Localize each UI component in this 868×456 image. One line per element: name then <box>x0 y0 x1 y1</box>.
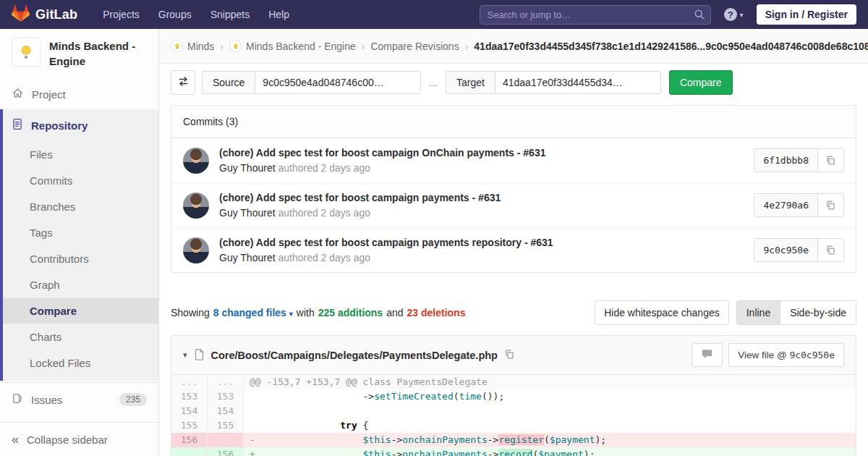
commit-title-link[interactable]: (chore) Add spec test for boost campaign… <box>219 147 754 159</box>
nav-item-snippets[interactable]: Snippets <box>201 0 259 29</box>
issues-icon <box>12 392 23 407</box>
commit-author-avatar <box>183 237 209 263</box>
sidebar-repo-subitem-tags[interactable]: Tags <box>3 220 158 245</box>
old-line-number[interactable]: 156 <box>171 433 208 447</box>
repository-submenu: FilesCommitsBranchesTagsContributorsGrap… <box>3 142 158 376</box>
diff-file-path[interactable]: Core/Boost/Campaigns/Delegates/PaymentsD… <box>211 350 498 361</box>
swap-revisions-button[interactable] <box>171 70 195 95</box>
sidebar: Minds Backend - Engine Project Repositor… <box>0 29 159 456</box>
diff-file-header: ▾ Core/Boost/Campaigns/Delegates/Payment… <box>171 336 856 375</box>
sidebar-repo-subitem-charts[interactable]: Charts <box>3 324 158 350</box>
toggle-comments-button[interactable] <box>692 343 723 367</box>
diff-code: - $this->onchainPayments->register($paym… <box>244 433 856 447</box>
diff-view-toggle: Inline Side-by-side <box>736 300 856 325</box>
sidebar-section-repository: Repository FilesCommitsBranchesTagsContr… <box>0 109 158 381</box>
chevron-down-icon: ▾ <box>289 310 293 318</box>
commit-title-link[interactable]: (chore) Add spec test for boost campaign… <box>219 237 754 248</box>
sidebar-repo-subitem-branches[interactable]: Branches <box>3 194 158 219</box>
hide-whitespace-button[interactable]: Hide whitespace changes <box>595 300 729 325</box>
sidebar-repo-subitem-locked-files[interactable]: Locked Files <box>3 350 158 376</box>
search-input[interactable] <box>480 5 711 25</box>
sidebar-item-project[interactable]: Project <box>0 79 158 109</box>
collapse-sidebar-button[interactable]: « Collapse sidebar <box>0 422 158 456</box>
commit-sha: 4e2790a6 <box>754 194 818 216</box>
diff-line: 156- $this->onchainPayments->register($p… <box>171 433 856 447</box>
diff-code: try { <box>244 418 856 433</box>
commit-author-avatar <box>183 193 209 219</box>
commit-title-link[interactable]: (chore) Add spec test for boost campaign… <box>219 192 754 203</box>
commit-meta: Guy Thouret authored 2 days ago <box>219 162 754 174</box>
breadcrumb-separator: › <box>362 41 365 52</box>
commit-sha-group: 4e2790a6 <box>754 193 844 217</box>
new-line-number[interactable]: 154 <box>208 404 244 418</box>
brand-name: GitLab <box>35 7 77 22</box>
diff-line: 156+ $this->onchainPayments->record($pay… <box>171 447 856 456</box>
gitlab-logo[interactable]: GitLab <box>12 4 77 25</box>
new-line-number[interactable]: 156 <box>208 447 244 456</box>
old-line-number[interactable]: 155 <box>171 418 208 433</box>
breadcrumb-group[interactable]: Minds <box>171 40 214 52</box>
breadcrumb-project[interactable]: Minds Backend - Engine <box>229 40 356 52</box>
copy-sha-button[interactable] <box>818 239 843 261</box>
diff-file-panel: ▾ Core/Boost/Campaigns/Delegates/Payment… <box>171 335 856 456</box>
target-revision-input[interactable] <box>495 71 661 94</box>
commit-author-link[interactable]: Guy Thouret <box>219 207 276 219</box>
changed-files-dropdown[interactable]: 8 changed files ▾ <box>213 307 293 318</box>
gitlab-tanuki-icon <box>12 4 30 25</box>
group-avatar-icon <box>171 40 183 52</box>
document-icon <box>12 118 23 132</box>
search-box <box>480 5 711 25</box>
commit-meta: Guy Thouret authored 2 days ago <box>219 207 754 219</box>
compare-button[interactable]: Compare <box>669 70 733 95</box>
sidebar-repo-subitem-files[interactable]: Files <box>3 142 158 167</box>
sidebar-item-repository[interactable]: Repository <box>3 109 158 141</box>
project-avatar-lightbulb-icon <box>12 38 41 67</box>
copy-sha-button[interactable] <box>818 149 843 172</box>
collapse-diff-caret-icon[interactable]: ▾ <box>183 350 187 360</box>
sidebar-repo-subitem-graph[interactable]: Graph <box>3 272 158 297</box>
commit-row: (chore) Add spec test for boost campaign… <box>171 182 856 227</box>
breadcrumb-compare-revisions[interactable]: Compare Revisions <box>370 41 459 52</box>
nav-item-help[interactable]: Help <box>259 0 299 29</box>
commit-author-link[interactable]: Guy Thouret <box>219 252 276 263</box>
inline-view-button[interactable]: Inline <box>737 301 780 324</box>
sidebar-repo-subitem-compare[interactable]: Compare <box>3 298 158 324</box>
swap-arrows-icon <box>177 75 190 90</box>
help-menu[interactable]: ? ▾ <box>724 8 744 21</box>
commit-row: (chore) Add spec test for boost campaign… <box>171 138 856 182</box>
diff-code: + $this->onchainPayments->record($paymen… <box>244 447 856 456</box>
side-by-side-view-button[interactable]: Side-by-side <box>780 301 856 324</box>
old-line-number[interactable]: 153 <box>171 389 208 404</box>
sidebar-repo-subitem-contributors[interactable]: Contributors <box>3 246 158 271</box>
target-label: Target <box>446 71 495 94</box>
old-line-number[interactable]: 154 <box>171 404 208 418</box>
issues-count-badge: 235 <box>119 393 147 406</box>
old-line-number[interactable]: ... <box>171 375 208 389</box>
sidebar-repo-subitem-commits[interactable]: Commits <box>3 168 158 193</box>
commit-author-link[interactable]: Guy Thouret <box>219 162 276 174</box>
commit-meta: Guy Thouret authored 2 days ago <box>219 252 754 263</box>
breadcrumb-separator: › <box>220 41 224 52</box>
commit-list: (chore) Add spec test for boost campaign… <box>171 138 856 272</box>
commits-panel-title: Commits (3) <box>171 106 856 138</box>
sign-in-register-button[interactable]: Sign in / Register <box>757 4 856 25</box>
new-line-number[interactable]: 153 <box>208 389 244 404</box>
copy-sha-button[interactable] <box>818 194 843 216</box>
view-file-button[interactable]: View file @ 9c0c950e <box>728 343 844 367</box>
sidebar-project-header[interactable]: Minds Backend - Engine <box>0 29 158 79</box>
new-line-number[interactable]: 155 <box>208 418 244 433</box>
file-icon <box>194 348 205 363</box>
new-line-number[interactable] <box>208 433 244 447</box>
old-line-number[interactable] <box>171 447 208 456</box>
nav-item-projects[interactable]: Projects <box>93 0 149 29</box>
diff-code <box>244 404 856 418</box>
source-input-group: Source <box>202 71 421 94</box>
target-input-group: Target <box>446 71 661 94</box>
copy-path-icon[interactable] <box>504 349 515 362</box>
help-icon: ? <box>724 8 737 21</box>
chevron-down-icon: ▾ <box>740 11 744 19</box>
source-revision-input[interactable] <box>255 71 421 94</box>
sidebar-item-issues[interactable]: Issues 235 <box>0 382 158 416</box>
new-line-number[interactable]: ... <box>208 375 244 389</box>
nav-item-groups[interactable]: Groups <box>149 0 201 29</box>
